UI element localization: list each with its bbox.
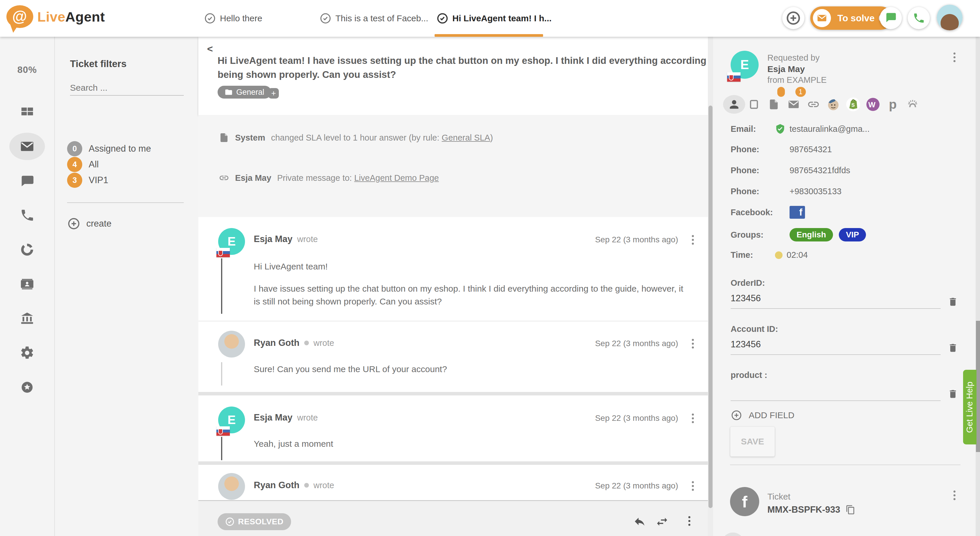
message-text: Hi LiveAgent team! — [254, 260, 691, 273]
calls-button[interactable] — [908, 7, 930, 29]
diamond-icon[interactable] — [942, 533, 961, 536]
field-value-input[interactable]: 123456 — [731, 339, 940, 355]
facebook-icon[interactable]: f — [789, 206, 805, 219]
tab-hello-there[interactable]: Hello there — [204, 0, 262, 37]
highrise-icon[interactable] — [903, 94, 923, 115]
liveagent-logo[interactable]: @ LiveAgent — [6, 5, 105, 28]
contact-card-icon — [19, 276, 35, 292]
event-link[interactable]: General SLA — [442, 133, 490, 142]
filters-search-input[interactable] — [70, 81, 184, 95]
app-logo-icon[interactable] — [902, 533, 921, 536]
piwik-icon[interactable]: p — [883, 94, 903, 115]
reply-button[interactable] — [633, 515, 646, 528]
event-text: changed SLA level to 1 hour answer (by r… — [271, 133, 493, 143]
agent-avatar[interactable] — [218, 473, 245, 500]
to-solve-label: To solve — [837, 13, 874, 24]
create-filter-button[interactable]: create — [67, 217, 111, 231]
phone-value[interactable]: 987654321fdfds — [775, 165, 850, 175]
filter-assigned-to-me[interactable]: 0 Assigned to me — [67, 141, 151, 156]
page-scrollbar[interactable] — [976, 0, 980, 536]
chat-bubble-icon — [19, 173, 35, 188]
tab-label: This is a test of Faceb... — [336, 13, 428, 23]
tab-facebook-test[interactable]: This is a test of Faceb... — [320, 0, 428, 37]
ticket-tab-cloud[interactable] — [862, 533, 881, 536]
scrollbar-thumb[interactable] — [976, 321, 980, 452]
woocommerce-icon[interactable]: W — [863, 94, 883, 115]
phone-icon — [20, 208, 34, 223]
sidebar-item-contacts[interactable] — [0, 269, 54, 299]
sidebar-item-company[interactable] — [0, 304, 54, 333]
sidebar-item-tickets[interactable] — [0, 132, 54, 161]
filter-label: Assigned to me — [89, 143, 151, 154]
plus-circle-icon — [786, 11, 801, 25]
ticket-tab-history[interactable] — [803, 533, 822, 536]
tab-hi-liveagent-team[interactable]: Hi LiveAgent team! I h... — [437, 0, 552, 37]
ticket-tab-attachments[interactable] — [843, 533, 861, 536]
sidebar-item-settings[interactable] — [0, 338, 54, 367]
add-ticket-button[interactable] — [782, 7, 804, 29]
add-field-button[interactable]: ADD FIELD — [731, 409, 794, 421]
add-tag-button[interactable]: + — [268, 88, 279, 99]
agent-avatar[interactable] — [937, 5, 963, 30]
message-gap — [198, 461, 713, 465]
sidebar-item-dashboard[interactable] — [0, 97, 54, 127]
author-name: Ryan Goth — [254, 480, 299, 490]
group-pill-vip[interactable]: VIP — [839, 228, 866, 242]
more-actions-button[interactable] — [688, 516, 690, 526]
filter-all[interactable]: 4 All — [67, 157, 99, 172]
ticket-tab-contrast[interactable] — [823, 533, 842, 536]
ticket-menu-button[interactable] — [953, 490, 956, 500]
ticket-tab-contact[interactable] — [724, 533, 742, 536]
back-button[interactable]: < — [207, 43, 213, 54]
slovakia-flag-icon — [216, 248, 230, 257]
mailchimp-icon[interactable] — [823, 94, 843, 115]
message-menu-button[interactable] — [692, 235, 694, 245]
ticket-tab-company[interactable] — [882, 533, 901, 536]
sidebar-item-calls[interactable] — [0, 200, 54, 230]
transfer-button[interactable] — [655, 515, 669, 528]
agent-avatar[interactable] — [218, 331, 245, 358]
bank-icon — [19, 310, 35, 326]
copy-icon[interactable] — [846, 505, 856, 515]
active-tab-underline — [434, 34, 543, 37]
scrollbar-thumb[interactable] — [708, 106, 713, 508]
status-dot — [304, 340, 309, 345]
customer-menu-button[interactable] — [953, 52, 956, 62]
delete-field-button[interactable] — [948, 389, 958, 399]
delete-field-button[interactable] — [948, 297, 958, 307]
sidebar-item-reports[interactable] — [0, 235, 54, 264]
tab-contact-info[interactable] — [724, 94, 744, 115]
phone-value[interactable]: +9830035133 — [775, 187, 842, 196]
department-tag[interactable]: General — [218, 86, 271, 99]
ticket-tab-reminders[interactable] — [783, 533, 802, 536]
resolved-status-button[interactable]: RESOLVED — [218, 513, 291, 530]
chat-bubble-icon — [885, 12, 897, 24]
filter-vip1[interactable]: 3 VIP1 — [67, 173, 108, 188]
message-menu-button[interactable] — [692, 414, 694, 423]
event-link[interactable]: LiveAgent Demo Page — [354, 173, 439, 183]
ticket-tab-emails[interactable] — [763, 533, 782, 536]
email-value[interactable]: testauralinka@gma... — [789, 124, 869, 134]
phone-value[interactable]: 987654321 — [775, 145, 832, 154]
message-menu-button[interactable] — [692, 481, 694, 491]
delete-field-button[interactable] — [948, 343, 958, 353]
field-value-input[interactable]: 123456 — [731, 293, 940, 309]
shopify-icon[interactable]: S — [843, 94, 863, 115]
field-value-input[interactable] — [731, 385, 940, 401]
tab-notes[interactable] — [764, 94, 784, 115]
sidebar-item-chats[interactable] — [0, 166, 54, 196]
save-button[interactable]: SAVE — [730, 426, 775, 456]
message-menu-button[interactable] — [692, 339, 694, 348]
thread-line — [221, 258, 222, 314]
group-pill-english[interactable]: English — [789, 228, 833, 242]
chats-button[interactable] — [880, 7, 902, 29]
doughnut-chart-icon — [19, 242, 35, 257]
sort-icon[interactable] — [922, 533, 940, 536]
thread-scrollbar[interactable] — [708, 37, 713, 536]
ticket-tab-notes[interactable] — [743, 533, 762, 536]
tab-links[interactable] — [803, 94, 823, 115]
get-live-help-tab[interactable]: Get Live Help — [963, 370, 977, 444]
tab-card[interactable] — [744, 94, 764, 115]
tab-emails[interactable]: 1 — [784, 94, 803, 115]
sidebar-item-upgrade[interactable] — [0, 373, 54, 402]
